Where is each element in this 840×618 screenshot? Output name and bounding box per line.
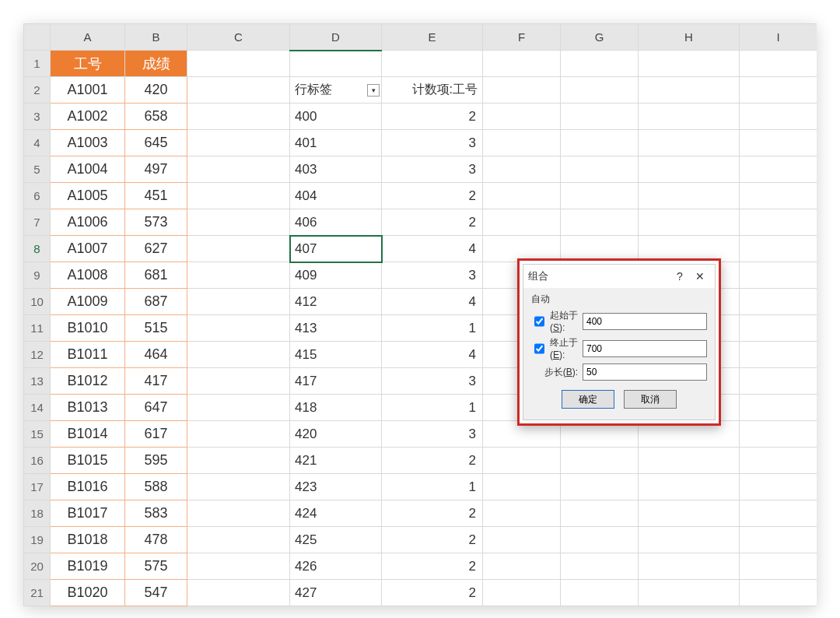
cell-C11[interactable]: [187, 315, 290, 342]
cell-B13[interactable]: 417: [125, 368, 187, 395]
cell-B11[interactable]: 515: [125, 315, 187, 342]
cell-D16[interactable]: 421: [290, 448, 382, 474]
row-header-9[interactable]: 9: [24, 262, 51, 289]
cell-H2[interactable]: [639, 77, 740, 104]
cell-F7[interactable]: [483, 209, 561, 236]
cell-F19[interactable]: [483, 527, 561, 553]
end-at-input[interactable]: [583, 340, 707, 357]
cell-F17[interactable]: [483, 474, 561, 500]
column-header-G[interactable]: G: [561, 24, 639, 51]
row-header-4[interactable]: 4: [24, 130, 51, 156]
cell-I14[interactable]: [740, 395, 817, 421]
cell-B9[interactable]: 681: [125, 262, 187, 289]
cell-F5[interactable]: [483, 156, 561, 183]
cell-H5[interactable]: [639, 156, 740, 183]
cell-B20[interactable]: 575: [125, 553, 187, 580]
cell-B7[interactable]: 573: [125, 209, 187, 236]
end-at-checkbox[interactable]: [534, 343, 544, 354]
row-header-2[interactable]: 2: [24, 77, 51, 104]
start-at-input[interactable]: [583, 313, 707, 330]
row-header-13[interactable]: 13: [24, 368, 51, 395]
cell-A6[interactable]: A1005: [51, 183, 125, 209]
cell-D5[interactable]: 403: [290, 156, 382, 183]
cell-G2[interactable]: [561, 77, 639, 104]
cell-B12[interactable]: 464: [125, 342, 187, 368]
cell-F2[interactable]: [483, 77, 561, 104]
row-header-12[interactable]: 12: [24, 342, 51, 368]
cell-D15[interactable]: 420: [290, 421, 382, 448]
cell-A7[interactable]: A1006: [51, 209, 125, 236]
step-input[interactable]: [583, 363, 707, 381]
cell-G16[interactable]: [561, 448, 639, 474]
cell-E7[interactable]: 2: [382, 209, 483, 236]
cell-C1[interactable]: [187, 51, 290, 77]
cell-I6[interactable]: [740, 183, 817, 209]
cell-C15[interactable]: [187, 421, 290, 448]
cell-A16[interactable]: B1015: [51, 448, 125, 474]
row-header-18[interactable]: 18: [24, 500, 51, 527]
cell-C17[interactable]: [187, 474, 290, 500]
cell-A2[interactable]: A1001: [51, 77, 125, 104]
row-header-10[interactable]: 10: [24, 289, 51, 315]
cell-E12[interactable]: 4: [382, 342, 483, 368]
cell-G18[interactable]: [561, 500, 639, 527]
cell-D9[interactable]: 409: [290, 262, 382, 289]
cell-A17[interactable]: B1016: [51, 474, 125, 500]
column-header-H[interactable]: H: [639, 24, 740, 51]
cell-B10[interactable]: 687: [125, 289, 187, 315]
cell-A4[interactable]: A1003: [51, 130, 125, 156]
cell-E2[interactable]: 计数项:工号: [382, 77, 483, 104]
cell-G3[interactable]: [561, 104, 639, 130]
cell-D13[interactable]: 417: [290, 368, 382, 395]
row-header-3[interactable]: 3: [24, 104, 51, 130]
row-header-20[interactable]: 20: [24, 553, 51, 580]
cell-I10[interactable]: [740, 289, 817, 315]
cell-B8[interactable]: 627: [125, 236, 187, 262]
start-at-checkbox[interactable]: [534, 316, 544, 327]
column-header-A[interactable]: A: [51, 24, 125, 51]
cell-D3[interactable]: 400: [290, 104, 382, 130]
cell-I1[interactable]: [740, 51, 817, 77]
row-header-14[interactable]: 14: [24, 395, 51, 421]
cell-H21[interactable]: [639, 580, 740, 606]
cell-H20[interactable]: [639, 553, 740, 580]
cell-C7[interactable]: [187, 209, 290, 236]
cell-I17[interactable]: [740, 474, 817, 500]
row-header-19[interactable]: 19: [24, 527, 51, 553]
cell-C3[interactable]: [187, 104, 290, 130]
cell-E1[interactable]: [382, 51, 483, 77]
cell-D2[interactable]: 行标签▾: [290, 77, 382, 104]
cell-E5[interactable]: 3: [382, 156, 483, 183]
cell-D10[interactable]: 412: [290, 289, 382, 315]
cell-I20[interactable]: [740, 553, 817, 580]
column-header-F[interactable]: F: [483, 24, 561, 51]
cell-D4[interactable]: 401: [290, 130, 382, 156]
cell-E10[interactable]: 4: [382, 289, 483, 315]
cell-F6[interactable]: [483, 183, 561, 209]
cell-B17[interactable]: 588: [125, 474, 187, 500]
cell-I2[interactable]: [740, 77, 817, 104]
cell-H6[interactable]: [639, 183, 740, 209]
cell-C10[interactable]: [187, 289, 290, 315]
cell-B4[interactable]: 645: [125, 130, 187, 156]
cell-A9[interactable]: A1008: [51, 262, 125, 289]
cell-C5[interactable]: [187, 156, 290, 183]
cell-F1[interactable]: [483, 51, 561, 77]
cell-D6[interactable]: 404: [290, 183, 382, 209]
cell-I15[interactable]: [740, 421, 817, 448]
filter-dropdown-icon[interactable]: ▾: [367, 84, 380, 97]
cell-D14[interactable]: 418: [290, 395, 382, 421]
cell-G4[interactable]: [561, 130, 639, 156]
cell-B2[interactable]: 420: [125, 77, 187, 104]
cell-E17[interactable]: 1: [382, 474, 483, 500]
column-header-B[interactable]: B: [125, 24, 187, 51]
cell-E9[interactable]: 3: [382, 262, 483, 289]
cell-H4[interactable]: [639, 130, 740, 156]
cell-B16[interactable]: 595: [125, 448, 187, 474]
row-header-15[interactable]: 15: [24, 421, 51, 448]
cell-E19[interactable]: 2: [382, 527, 483, 553]
cell-I12[interactable]: [740, 342, 817, 368]
cell-B18[interactable]: 583: [125, 500, 187, 527]
cell-E13[interactable]: 3: [382, 368, 483, 395]
cell-A14[interactable]: B1013: [51, 395, 125, 421]
